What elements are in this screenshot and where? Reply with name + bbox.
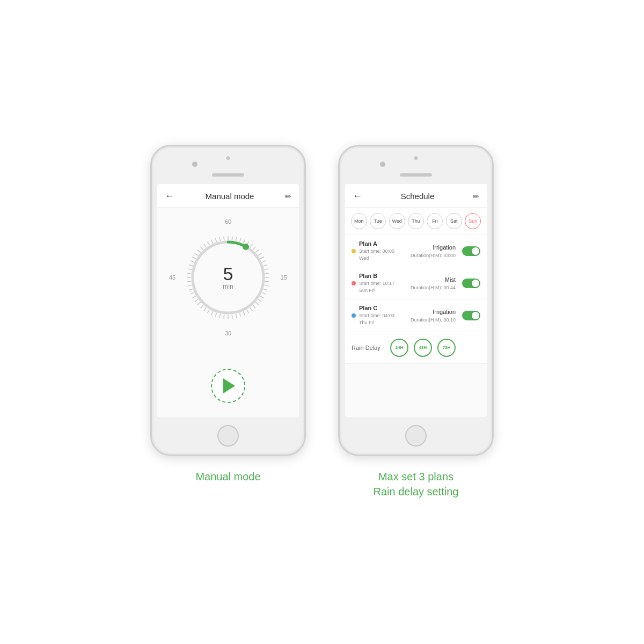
day-tue[interactable]: Tue (370, 213, 386, 229)
rain-buttons: 24H 48H 72H (390, 339, 456, 357)
schedule-content: Mon Tue Wed Thu Fri Sat Sun (345, 208, 487, 417)
timer-display: 5 min (223, 265, 233, 290)
phone-2-screen: ← Schedule ✏ Mon Tue Wed Thu Fri Sat Sun (345, 184, 487, 417)
schedule-header: ← Schedule ✏ (345, 184, 487, 208)
rain-btn-48h[interactable]: 48H (414, 339, 432, 357)
manual-mode-section: ← Manual mode ✏ 60 30 15 45 (150, 145, 306, 484)
manual-caption-text: Manual mode (195, 469, 260, 484)
manual-mode-caption: Manual mode (195, 469, 260, 484)
svg-line-39 (195, 299, 198, 302)
plan-b-toggle[interactable] (462, 279, 480, 288)
plan-c-type: Irrigation (433, 309, 456, 315)
plan-b-type: Mist (445, 276, 456, 283)
plan-a-dot (352, 249, 356, 253)
svg-line-56 (211, 240, 213, 244)
rain-delay-row: Rain Delay 24H 48H 72H (345, 332, 487, 364)
svg-line-27 (239, 313, 240, 317)
day-sun[interactable]: Sun (465, 213, 481, 229)
svg-line-57 (215, 238, 216, 243)
phone-2-top (340, 147, 492, 184)
day-wed[interactable]: Wed (389, 213, 405, 229)
days-row: Mon Tue Wed Thu Fri Sat Sun (345, 208, 487, 235)
play-button-container (211, 369, 245, 403)
plan-b-right: Mist Duration(H:M): 00:44 (411, 276, 456, 290)
svg-line-19 (262, 292, 266, 294)
plan-a-detail: Start time: 00:00 Wed (359, 248, 407, 261)
plan-a-toggle[interactable] (462, 246, 480, 256)
svg-line-4 (243, 240, 245, 244)
phone-1: ← Manual mode ✏ 60 30 15 45 (150, 145, 306, 456)
plan-b-name: Plan B (359, 273, 407, 279)
play-button[interactable] (211, 369, 245, 403)
svg-line-7 (253, 247, 255, 250)
manual-mode-header: ← Manual mode ✏ (157, 184, 299, 208)
back-arrow-2[interactable]: ← (353, 191, 362, 202)
phone-1-sensor (226, 156, 230, 160)
svg-line-10 (260, 257, 264, 259)
rain-btn-24h[interactable]: 24H (390, 339, 408, 357)
plan-b-dot (352, 281, 356, 286)
schedule-title: Schedule (401, 192, 435, 201)
svg-line-48 (189, 265, 193, 266)
svg-line-41 (191, 292, 194, 294)
svg-line-31 (224, 314, 224, 319)
day-thu[interactable]: Thu (408, 213, 424, 229)
svg-line-1 (232, 236, 232, 240)
svg-line-37 (200, 305, 203, 308)
edit-icon-2[interactable]: ✏ (473, 192, 479, 201)
play-icon (223, 378, 235, 393)
svg-line-22 (255, 302, 259, 305)
svg-line-13 (264, 269, 268, 270)
svg-line-3 (239, 238, 240, 243)
phone-2-camera (380, 162, 385, 167)
svg-line-43 (188, 285, 192, 286)
rain-btn-72h[interactable]: 72H (437, 339, 456, 357)
svg-line-6 (250, 244, 253, 247)
plan-c-toggle[interactable] (462, 311, 480, 320)
timer-unit: min (223, 283, 233, 290)
svg-line-35 (208, 310, 210, 313)
svg-line-54 (204, 244, 207, 247)
svg-line-11 (262, 261, 266, 262)
plan-b-duration: Duration(H:M): 00:44 (411, 285, 456, 290)
phone-2-sensor (414, 156, 418, 160)
svg-line-14 (265, 273, 269, 274)
svg-line-46 (187, 273, 191, 274)
day-fri[interactable]: Fri (427, 213, 443, 229)
plan-c-item: Plan C Start time: 04:03 Thu Fri Irrigat… (345, 299, 487, 332)
plan-a-duration: Duration(H:M): 03:00 (411, 253, 456, 258)
svg-line-38 (197, 302, 201, 305)
svg-line-23 (253, 305, 255, 308)
day-sat[interactable]: Sat (446, 213, 462, 229)
timer-value: 5 (223, 265, 233, 283)
plan-a-name: Plan A (359, 240, 407, 247)
svg-line-42 (189, 289, 193, 290)
plan-c-right: Irrigation Duration(H:M): 00:10 (411, 309, 456, 323)
svg-line-59 (224, 236, 224, 240)
phone-1-top (152, 147, 304, 184)
phone-1-speaker (212, 173, 244, 177)
svg-line-16 (265, 281, 269, 282)
edit-icon-1[interactable]: ✏ (285, 192, 291, 201)
svg-line-29 (232, 314, 232, 319)
plan-c-name: Plan C (359, 305, 407, 311)
timer-label-45: 45 (169, 274, 175, 281)
timer-label-60: 60 (225, 218, 231, 225)
back-arrow-1[interactable]: ← (165, 191, 174, 202)
svg-line-55 (208, 241, 210, 245)
phone-1-home-button[interactable] (217, 425, 239, 447)
timer-label-15: 15 (281, 274, 287, 281)
day-mon[interactable]: Mon (351, 213, 367, 229)
phone-2-home-button[interactable] (405, 425, 427, 447)
schedule-caption: Max set 3 plans Rain delay setting (374, 469, 459, 499)
plan-a-info: Plan A Start time: 00:00 Wed (359, 240, 407, 261)
plan-a-right: Irrigation Duration(H:M): 03:00 (411, 244, 456, 258)
plan-a-item: Plan A Start time: 00:00 Wed Irrigation … (345, 235, 487, 267)
plan-b-detail: Start time: 10:17 Sun Fri (359, 280, 407, 294)
plans-list: Plan A Start time: 00:00 Wed Irrigation … (345, 235, 487, 417)
svg-line-50 (192, 257, 196, 259)
phone-2: ← Schedule ✏ Mon Tue Wed Thu Fri Sat Sun (338, 145, 494, 456)
svg-line-33 (215, 313, 216, 317)
plan-b-item: Plan B Start time: 10:17 Sun Fri Mist Du… (345, 267, 487, 299)
svg-line-8 (255, 250, 259, 252)
